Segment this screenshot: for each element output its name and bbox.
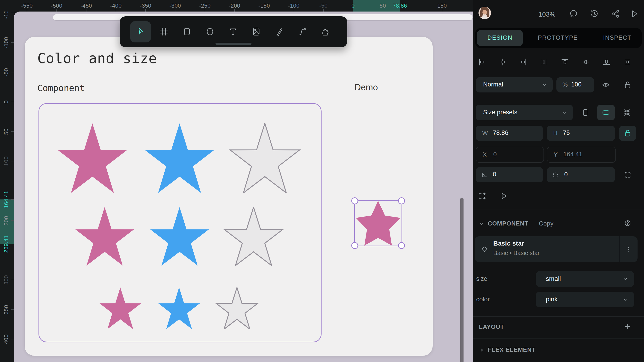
tab-design[interactable]: DESIGN	[477, 34, 523, 41]
component-name: Basic star	[493, 240, 524, 247]
portrait-orientation-icon[interactable]	[580, 108, 590, 118]
resize-handle-bottom-right[interactable]	[398, 242, 405, 249]
landscape-orientation-icon[interactable]	[601, 108, 611, 118]
star-large-outline[interactable]	[228, 123, 302, 193]
selected-star-instance[interactable]	[354, 200, 402, 246]
star-large-blue[interactable]	[143, 123, 216, 193]
star-medium-outline[interactable]	[223, 207, 284, 266]
distribute-horizontal-icon[interactable]	[539, 57, 549, 67]
ruler-label: 200	[3, 216, 10, 226]
collapse-icon[interactable]	[622, 108, 632, 118]
align-center-horizontal-icon[interactable]	[498, 57, 508, 67]
demo-section-label[interactable]: Demo	[354, 82, 378, 92]
blend-mode-dropdown[interactable]: Normal	[476, 77, 553, 92]
preview-component-icon[interactable]	[498, 191, 509, 201]
y-position-field[interactable]: Y 164.41	[547, 147, 616, 163]
ruler-tick	[175, 9, 176, 12]
vertical-scrollbar[interactable]	[460, 198, 464, 362]
align-top-icon[interactable]	[560, 57, 570, 67]
unlock-icon[interactable]	[622, 80, 633, 90]
star-small-pink[interactable]	[98, 288, 142, 329]
demo-star-shape[interactable]	[355, 201, 402, 246]
align-center-vertical-icon[interactable]	[580, 57, 591, 67]
share-icon[interactable]	[610, 9, 621, 19]
cursor-tool-icon[interactable]	[136, 26, 146, 37]
pen-path-tool-icon[interactable]	[297, 26, 308, 37]
tab-prototype[interactable]: PROTOTYPE	[537, 34, 578, 41]
ruler-tick	[11, 132, 14, 132]
plugins-tool-icon[interactable]	[320, 26, 330, 37]
avatar[interactable]	[478, 7, 491, 19]
landscape-orientation-selected[interactable]	[597, 105, 615, 120]
ruler-label: 0	[352, 2, 355, 9]
y-value: 164.41	[563, 151, 582, 158]
star-medium-pink[interactable]	[74, 207, 136, 266]
comments-icon[interactable]	[569, 9, 579, 19]
component-section-label[interactable]: Component	[37, 83, 85, 93]
color-prop-dropdown[interactable]: pink	[536, 292, 634, 307]
pencil-tool-icon[interactable]	[274, 26, 284, 37]
star-small-blue[interactable]	[157, 288, 201, 329]
chevron-right-icon[interactable]	[478, 346, 486, 354]
ruler-tick	[11, 244, 14, 244]
ruler-tick	[11, 13, 14, 13]
rotation-field[interactable]: 0	[476, 167, 543, 182]
rectangle-tool-icon[interactable]	[182, 26, 192, 37]
image-tool-icon[interactable]	[251, 26, 262, 37]
width-field[interactable]: W 78.86	[476, 126, 543, 141]
star-small-outline[interactable]	[215, 288, 259, 329]
aspect-lock-button[interactable]	[619, 126, 636, 141]
ruler-tick	[27, 9, 27, 12]
zoom-level[interactable]: 103%	[532, 10, 562, 18]
radius-field[interactable]: 0	[547, 167, 615, 182]
resize-handle-top-left[interactable]	[351, 197, 358, 204]
tab-inspect[interactable]: INSPECT	[596, 34, 638, 41]
star-large-pink[interactable]	[56, 123, 129, 193]
layout-section-header[interactable]: LAYOUT	[479, 323, 504, 330]
ruler-label: -150	[3, 12, 10, 19]
flex-element-section-header[interactable]: FLEX ELEMENT	[488, 346, 536, 354]
star-medium-blue[interactable]	[149, 207, 210, 266]
kebab-menu-icon[interactable]	[624, 245, 632, 254]
help-icon[interactable]	[624, 219, 632, 227]
constraints-icon[interactable]	[477, 191, 487, 201]
distribute-vertical-icon[interactable]	[622, 57, 632, 67]
toolbar-drag-handle[interactable]	[216, 43, 252, 45]
opacity-value: 100	[571, 81, 582, 88]
frame-title[interactable]: Color and size	[37, 50, 157, 66]
plus-icon[interactable]	[624, 322, 632, 331]
height-field[interactable]: H 75	[547, 126, 615, 141]
play-icon[interactable]	[629, 9, 640, 19]
ruler-tick	[382, 9, 383, 12]
size-presets-dropdown[interactable]: Size presets	[476, 105, 573, 120]
x-position-field[interactable]: X 0	[476, 147, 544, 163]
ruler-label: -100	[288, 2, 300, 9]
component-card[interactable]: Basic star Basic • Basic star	[475, 236, 638, 262]
x-label: X	[483, 151, 486, 158]
resize-handle-top-right[interactable]	[398, 197, 405, 204]
text-tool-icon[interactable]	[228, 26, 238, 37]
align-right-icon[interactable]	[518, 57, 528, 67]
canvas-viewport[interactable]: Color and size Component Demo	[14, 12, 473, 362]
eye-icon[interactable]	[601, 80, 611, 90]
align-left-icon[interactable]	[477, 57, 487, 67]
ruler-label: -450	[80, 2, 92, 9]
mode-tabbar: DESIGN PROTOTYPE INSPECT	[475, 28, 642, 48]
chevron-down-icon[interactable]	[478, 220, 485, 227]
height-value: 75	[563, 129, 570, 136]
align-bottom-icon[interactable]	[601, 57, 612, 67]
history-icon[interactable]	[589, 9, 599, 19]
frame-tool-icon[interactable]	[159, 26, 169, 37]
component-section-header[interactable]: COMPONENT	[488, 220, 528, 227]
ellipse-tool-icon[interactable]	[205, 26, 215, 37]
section-divider	[473, 210, 644, 210]
width-label: W	[482, 130, 488, 137]
size-prop-dropdown[interactable]: small	[536, 271, 634, 287]
diamond-icon	[480, 245, 489, 254]
opacity-field[interactable]: % 100	[556, 77, 594, 92]
component-copy-label[interactable]: Copy	[539, 220, 554, 227]
resize-handle-bottom-left[interactable]	[351, 242, 358, 249]
independent-corners-icon[interactable]	[622, 170, 633, 180]
angle-icon	[480, 171, 489, 179]
color-prop-label: color	[476, 296, 490, 303]
